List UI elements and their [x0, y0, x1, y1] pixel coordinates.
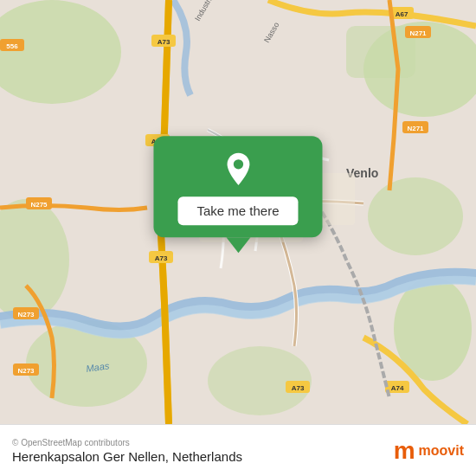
location-name: Herenkapsalon Ger Nellen, Netherlands	[12, 449, 242, 464]
footer-left: © OpenStreetMap contributors Herenkapsal…	[12, 438, 242, 464]
moovit-m-letter: m	[394, 439, 415, 463]
svg-text:A74: A74	[391, 384, 404, 392]
svg-text:A73: A73	[155, 254, 168, 262]
location-pin-icon	[220, 151, 256, 188]
take-me-there-button[interactable]: Take me there	[177, 196, 298, 225]
svg-text:A73: A73	[158, 38, 170, 46]
moovit-brand-text: moovit	[419, 443, 464, 459]
map-container: A73 A73 A73 A73 A67 A74 N271 N271 N275 N…	[0, 0, 476, 424]
svg-text:A67: A67	[396, 10, 408, 18]
svg-point-40	[233, 159, 242, 169]
svg-text:N271: N271	[407, 125, 424, 132]
svg-text:556: 556	[6, 42, 18, 50]
footer: © OpenStreetMap contributors Herenkapsal…	[0, 424, 476, 476]
map-popup: Take me there	[153, 136, 322, 253]
popup-tail	[226, 237, 250, 253]
svg-point-3	[368, 177, 463, 255]
svg-text:N275: N275	[30, 201, 48, 209]
svg-text:N273: N273	[17, 367, 35, 375]
moovit-logo: m moovit	[394, 439, 464, 463]
svg-text:A73: A73	[292, 384, 305, 392]
svg-text:N271: N271	[409, 29, 427, 37]
svg-text:N273: N273	[17, 311, 35, 318]
copyright-text: © OpenStreetMap contributors	[12, 438, 242, 447]
popup-box: Take me there	[153, 136, 322, 237]
